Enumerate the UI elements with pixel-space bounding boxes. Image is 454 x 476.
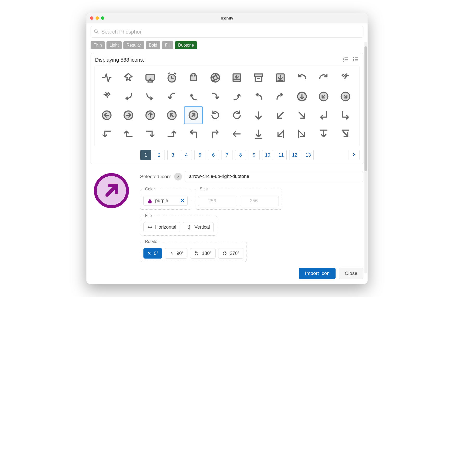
icon-arrow-clockwise[interactable]: [206, 106, 225, 124]
icon-android-logo[interactable]: [184, 69, 203, 87]
page-3[interactable]: 3: [167, 150, 178, 160]
icon-arrow-circle-right[interactable]: [119, 106, 138, 124]
rotate-270[interactable]: 270°: [218, 248, 243, 259]
icon-arrow-bend-left-up[interactable]: [184, 88, 203, 105]
rotate-0[interactable]: ✕0°: [143, 248, 162, 259]
window-controls: [86, 16, 104, 20]
icon-arrow-elbow-left-up[interactable]: [119, 125, 138, 143]
icon-alarm[interactable]: [162, 69, 181, 87]
filter-fill[interactable]: Fill: [162, 41, 173, 49]
icon-archive-tray[interactable]: [228, 69, 246, 87]
icon-arrow-arc-right[interactable]: [314, 69, 333, 87]
flip-horizontal-button[interactable]: Horizontal: [143, 222, 180, 232]
icon-arrow-circle-left[interactable]: [97, 106, 116, 124]
icon-arrow-bend-down-left[interactable]: [119, 88, 138, 105]
icon-arrow-bend-up-right[interactable]: [271, 88, 290, 105]
minimize-window-icon[interactable]: [96, 16, 99, 20]
icon-airplay[interactable]: [141, 69, 160, 87]
page-2[interactable]: 2: [154, 150, 165, 160]
page-5[interactable]: 5: [194, 150, 205, 160]
icon-arrow-left[interactable]: [228, 125, 246, 143]
icon-arrow-elbow-up-left[interactable]: [184, 125, 203, 143]
icon-activity[interactable]: [97, 69, 116, 87]
icon-arrows-bend-double-right[interactable]: [97, 88, 116, 105]
flip-horizontal-icon: [147, 225, 153, 230]
icon-archive[interactable]: [249, 69, 268, 87]
icon-arrow-down-right[interactable]: [293, 106, 311, 124]
icon-arrow-elbow-down-right[interactable]: [336, 106, 355, 124]
icon-arrow-line-down-right[interactable]: [293, 125, 311, 143]
icon-arrow-down[interactable]: [249, 106, 268, 124]
filter-thin[interactable]: Thin: [91, 41, 105, 49]
page-11[interactable]: 11: [276, 150, 287, 160]
icon-arrow-circle-up-right[interactable]: [184, 106, 203, 124]
clear-color-icon[interactable]: ✕: [180, 197, 185, 204]
scrollbar-thumb[interactable]: [364, 46, 367, 171]
icon-arrow-counter-clockwise[interactable]: [228, 106, 246, 124]
page-12[interactable]: 12: [289, 150, 300, 160]
rotate-180[interactable]: 180°: [190, 248, 215, 259]
svg-line-54: [278, 132, 282, 136]
close-button[interactable]: Close: [339, 268, 363, 279]
icon-arrow-circle-down-left[interactable]: [314, 88, 333, 105]
icon-arrow-bend-right-down[interactable]: [206, 88, 225, 105]
icon-arrow-elbow-left-down[interactable]: [97, 125, 116, 143]
flip-vertical-button[interactable]: Vertical: [183, 222, 214, 232]
icon-arrows-bend-double-left[interactable]: [336, 69, 355, 87]
page-10[interactable]: 10: [262, 150, 273, 160]
page-1[interactable]: 1: [140, 150, 151, 160]
page-8[interactable]: 8: [235, 150, 246, 160]
page-4[interactable]: 4: [181, 150, 192, 160]
icon-arrow-elbow-down-left[interactable]: [314, 106, 333, 124]
svg-line-56: [300, 132, 304, 136]
rotate-90[interactable]: 90°: [165, 248, 187, 259]
icon-arrow-elbow-right-down[interactable]: [141, 125, 160, 143]
icon-arrow-elbow-up-right[interactable]: [206, 125, 225, 143]
view-list-icon[interactable]: [353, 56, 359, 63]
svg-line-20: [191, 74, 192, 75]
page-7[interactable]: 7: [222, 150, 232, 160]
filter-light[interactable]: Light: [106, 41, 122, 49]
icon-arrow-fat-left[interactable]: [336, 125, 355, 143]
svg-line-1: [97, 32, 98, 34]
icon-arrow-fat-down[interactable]: [314, 125, 333, 143]
icon-arrow-line-down-left[interactable]: [271, 125, 290, 143]
page-6[interactable]: 6: [208, 150, 219, 160]
filter-duotone[interactable]: Duotone: [175, 41, 197, 49]
page-9[interactable]: 9: [249, 150, 260, 160]
icon-aperture[interactable]: [206, 69, 225, 87]
icon-arrow-down-left[interactable]: [271, 106, 290, 124]
icon-arrow-line-down[interactable]: [249, 125, 268, 143]
icon-arrow-bend-right-up[interactable]: [228, 88, 246, 105]
selected-icon-label: Selected icon:: [140, 174, 171, 179]
page-next[interactable]: [349, 150, 360, 160]
icon-airplane[interactable]: [119, 69, 138, 87]
icon-arrow-bend-up-left[interactable]: [249, 88, 268, 105]
page-13[interactable]: 13: [303, 150, 314, 160]
zoom-window-icon[interactable]: [101, 16, 104, 20]
view-checklist-icon[interactable]: [342, 56, 349, 63]
details-section: Selected icon: Color purple ✕: [91, 171, 363, 279]
icon-grid: [97, 69, 357, 143]
close-window-icon[interactable]: [90, 16, 93, 20]
flip-vertical-label: Vertical: [194, 224, 210, 230]
icon-arrow-bend-down-right[interactable]: [141, 88, 160, 105]
search-icon: [94, 29, 99, 35]
search-input[interactable]: [91, 26, 363, 38]
color-picker[interactable]: purple ✕: [143, 196, 188, 206]
icon-arrow-circle-down-right[interactable]: [336, 88, 355, 105]
height-input[interactable]: [240, 196, 279, 206]
droplet-icon: [147, 198, 153, 203]
filter-bold[interactable]: Bold: [146, 41, 160, 49]
icon-arrow-circle-up[interactable]: [141, 106, 160, 124]
icon-arrow-circle-down[interactable]: [293, 88, 311, 105]
icon-download-box[interactable]: [271, 69, 290, 87]
import-icon-button[interactable]: Import Icon: [299, 268, 336, 279]
width-input[interactable]: [198, 196, 237, 206]
icon-arrow-arc-left[interactable]: [293, 69, 311, 87]
icon-arrow-elbow-right-up[interactable]: [162, 125, 181, 143]
selected-icon-name-input[interactable]: [185, 171, 363, 182]
filter-regular[interactable]: Regular: [123, 41, 144, 49]
icon-arrow-circle-up-left[interactable]: [162, 106, 181, 124]
icon-arrow-bend-left-down[interactable]: [162, 88, 181, 105]
